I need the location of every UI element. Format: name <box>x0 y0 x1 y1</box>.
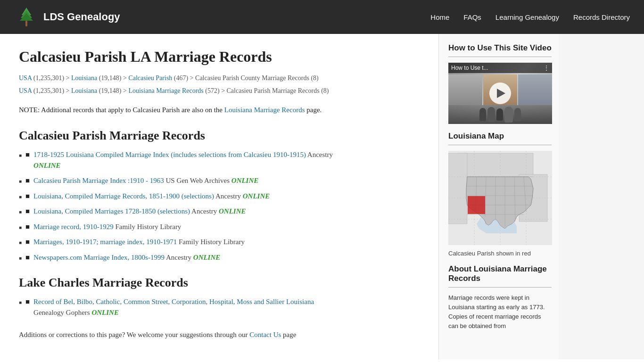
record-link-2[interactable]: Calcasieu Parish Marriage Index :1910 - … <box>33 177 164 184</box>
record-link-4[interactable]: Louisiana, Compiled Marriages 1728-1850 … <box>33 207 190 215</box>
list-item: ■ Louisiana, Compiled Marriages 1728-185… <box>19 206 420 217</box>
video-inner: How to Use t... ⋮ <box>448 63 552 124</box>
record-link-5[interactable]: Marriage record, 1910-1929 <box>33 223 114 230</box>
nav-learning-genealogy[interactable]: Learning Genealogy <box>495 13 559 21</box>
nav-records-directory[interactable]: Records Directory <box>573 13 630 21</box>
logo-icon <box>14 5 39 29</box>
breadcrumb-la-marriage-records[interactable]: Louisiana Marriage Records <box>128 87 203 94</box>
contact-us-link[interactable]: Contact Us <box>249 331 281 338</box>
list-item: ■ Marriages, 1910-1917; marriage index, … <box>19 237 420 247</box>
record-link-7[interactable]: Newspapers.com Marriage Index, 1800s-199… <box>33 254 165 261</box>
svg-rect-7 <box>458 153 533 177</box>
list-item: ■ Louisiana, Compiled Marriage Records, … <box>19 191 420 202</box>
note-text: NOTE: Additional records that apply to C… <box>19 104 420 115</box>
map-section-title: Louisiana Map <box>448 132 552 141</box>
video-title-bar: How to Use t... ⋮ <box>448 63 552 73</box>
list-item: ■ Calcasieu Parish Marriage Index :1910 … <box>19 175 420 186</box>
logo-area[interactable]: LDS Genealogy <box>14 5 120 29</box>
lc-record-link-1[interactable]: Record of Bel, Bilbo, Catholic, Common S… <box>33 298 314 305</box>
video-divider <box>448 57 552 57</box>
page-wrapper: Calcasieu Parish LA Marriage Records USA… <box>0 34 644 359</box>
record-link-3[interactable]: Louisiana, Compiled Marriage Records, 18… <box>33 192 214 200</box>
footer-note: Additions or corrections to this page? W… <box>19 329 420 340</box>
record-link-1[interactable]: 1718-1925 Louisiana Compiled Marriage In… <box>33 151 306 158</box>
list-item: ■ Marriage record, 1910-1929 Family Hist… <box>19 222 420 232</box>
breadcrumb-usa-2[interactable]: USA <box>19 87 32 94</box>
about-section: About Louisiana Marriage Records Marriag… <box>448 264 552 331</box>
breadcrumb-2: USA (1,235,301) > Louisiana (19,148) > L… <box>19 86 420 96</box>
video-thumbnail[interactable]: How to Use t... ⋮ <box>448 63 552 124</box>
map-svg <box>448 151 552 245</box>
svg-rect-9 <box>448 153 467 224</box>
breadcrumb-1: USA (1,235,301) > Louisiana (19,148) > C… <box>19 73 420 83</box>
breadcrumb-louisiana-2[interactable]: Louisiana <box>71 87 97 94</box>
record-link-6[interactable]: Marriages, 1910-1917; marriage index, 19… <box>33 238 177 246</box>
video-section: How to Use This Site Video How to Use t.… <box>448 43 552 124</box>
map-divider <box>448 145 552 145</box>
lake-charles-records-list: ■ Record of Bel, Bilbo, Catholic, Common… <box>19 296 420 318</box>
main-content: Calcasieu Parish LA Marriage Records USA… <box>0 34 438 359</box>
breadcrumb-louisiana-1[interactable]: Louisiana <box>71 74 97 82</box>
section2-title: Lake Charles Marriage Records <box>19 276 420 290</box>
video-play-button[interactable] <box>489 82 511 104</box>
svg-rect-27 <box>468 196 485 214</box>
logo-text: LDS Genealogy <box>43 11 120 23</box>
about-section-title: About Louisiana Marriage Records <box>448 264 552 283</box>
la-marriage-records-link[interactable]: Louisiana Marriage Records <box>224 106 305 114</box>
nav-home[interactable]: Home <box>430 13 449 21</box>
about-divider <box>448 287 552 288</box>
svg-rect-1 <box>25 21 27 26</box>
nav-faqs[interactable]: FAQs <box>463 13 481 21</box>
breadcrumb-calcasieu-parish[interactable]: Calcasieu Parish <box>128 74 172 82</box>
list-item: ■ Record of Bel, Bilbo, Catholic, Common… <box>19 296 420 318</box>
video-section-title: How to Use This Site Video <box>448 43 552 53</box>
main-nav: Home FAQs Learning Genealogy Records Dir… <box>430 13 630 21</box>
list-item: ■ Newspapers.com Marriage Index, 1800s-1… <box>19 252 420 263</box>
site-header: LDS Genealogy Home FAQs Learning Genealo… <box>0 0 644 34</box>
page-title: Calcasieu Parish LA Marriage Records <box>19 48 420 66</box>
map-section: Louisiana Map <box>448 132 552 257</box>
about-text: Marriage records were kept in Louisiana … <box>448 293 552 331</box>
map-caption: Calcasieu Parish shown in red <box>448 250 552 257</box>
sidebar: How to Use This Site Video How to Use t.… <box>438 34 559 359</box>
louisiana-map: Calcasieu Parish shown in red <box>448 151 552 257</box>
section1-title: Calcasieu Parish Marriage Records <box>19 129 420 143</box>
calcasieu-records-list: ■ 1718-1925 Louisiana Compiled Marriage … <box>19 149 420 263</box>
list-item: ■ 1718-1925 Louisiana Compiled Marriage … <box>19 149 420 171</box>
breadcrumb-usa-1[interactable]: USA <box>19 74 32 82</box>
